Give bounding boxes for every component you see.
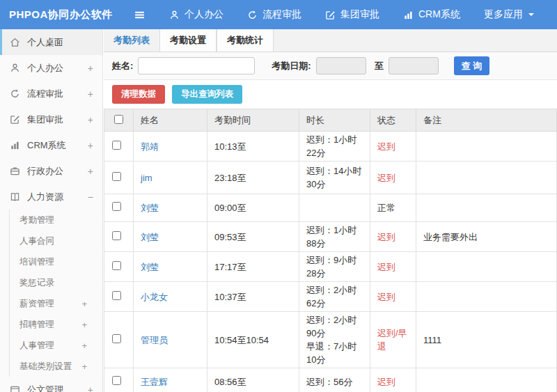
attendance-table: 姓名考勤时间时长状态备注 郭靖10:13至迟到：1小时22分迟到jim23:18… [104,109,557,392]
row-checkbox[interactable] [112,291,121,300]
employee-name-link[interactable]: jim [141,173,152,183]
sidebar-subitem[interactable]: 人事管理+ [10,335,102,356]
employee-name-link[interactable]: 刘莹 [141,203,159,213]
status-cell: 迟到/早退 [370,312,416,368]
app-title: PHPOA协同办公软件 [0,8,134,22]
expand-toggle-icon[interactable]: + [81,361,87,372]
topnav-item-label: 流程审批 [262,8,301,21]
employee-name-link[interactable]: 刘莹 [141,232,159,242]
tab-1[interactable]: 考勤列表 [104,29,159,52]
expand-toggle-icon[interactable]: + [88,140,93,151]
sidebar-subitem[interactable]: 考勤管理 [10,210,102,230]
duration-cell: 迟到：1小时22分 [299,132,370,162]
note-cell [416,368,557,392]
note-cell [416,162,557,194]
employee-name-link[interactable]: 郭靖 [141,141,159,152]
sidebar-item[interactable]: 集团审批+ [0,107,102,132]
sidebar-subitem[interactable]: 薪资管理+ [10,293,102,314]
row-checkbox-cell [104,282,134,312]
sidebar-item[interactable]: 个人办公+ [0,55,102,81]
status-badge: 迟到 [377,232,395,242]
sidebar-subitem[interactable]: 基础类别设置+ [10,356,102,377]
expand-toggle-icon[interactable]: + [88,88,93,100]
row-checkbox[interactable] [112,172,121,181]
name-input[interactable] [138,57,255,75]
table-body: 郭靖10:13至迟到：1小时22分迟到jim23:18至迟到：14小时30分迟到… [104,132,557,392]
expand-toggle-icon[interactable]: + [81,320,87,330]
table-row: jim23:18至迟到：14小时30分迟到 [104,162,557,194]
flow-icon [10,88,21,99]
sidebar-item[interactable]: 公文管理+ [0,377,102,392]
name-cell: 小龙女 [134,282,207,312]
duration-cell [299,194,370,222]
topnav-item[interactable]: 个人办公 [169,8,223,21]
employee-name-link[interactable]: 管理员 [141,335,168,345]
name-filter-label: 姓名: [112,60,133,72]
topnav-item[interactable]: 更多应用 [484,8,535,21]
select-all-checkbox[interactable] [114,115,123,124]
sidebar-subitem[interactable]: 招聘管理+ [10,314,102,335]
sidebar-subitem[interactable]: 人事合同 [10,230,102,251]
status-cell: 迟到 [370,368,416,392]
export-list-button[interactable]: 导出查询列表 [172,85,242,104]
status-cell: 正常 [370,194,416,222]
tab-2[interactable]: 考勤设置 [159,29,217,52]
date-from-input[interactable] [316,57,366,75]
briefcase-icon [10,166,21,176]
table-row: 管理员10:54至10:54迟到：2小时90分早退：7小时10分迟到/早退111… [104,312,557,368]
date-filter-label: 考勤日期: [272,60,311,72]
clear-data-button[interactable]: 清理数据 [112,85,165,104]
expand-toggle-icon[interactable]: + [88,166,93,177]
row-checkbox[interactable] [112,141,121,150]
expand-toggle-icon[interactable]: − [88,191,93,203]
employee-name-link[interactable]: 刘莹 [141,262,159,272]
expand-toggle-icon[interactable]: + [88,114,93,125]
sidebar-item-label: 公文管理 [27,384,63,392]
sidebar-item[interactable]: CRM系统+ [0,132,102,158]
time-cell: 08:56至 [207,368,299,392]
note-cell [416,132,557,162]
topbar: PHPOA协同办公软件 个人办公流程审批集团审批CRM系统更多应用 [0,0,557,29]
table-row: 刘莹09:53至迟到：1小时88分迟到业务需要外出 [104,222,557,252]
date-to-input[interactable] [389,57,439,75]
duration-line: 迟到：9小时28分 [306,253,366,280]
row-checkbox[interactable] [112,202,121,211]
tab-3[interactable]: 考勤统计 [217,29,274,52]
sidebar-item[interactable]: 行政办公+ [0,158,102,184]
topnav-item[interactable]: 集团审批 [325,8,379,21]
sidebar-subitem[interactable]: 奖惩记录 [10,272,102,293]
row-checkbox[interactable] [112,376,121,385]
sidebar-subitem-label: 考勤管理 [19,214,54,226]
sidebar-item-label: 个人桌面 [27,36,63,49]
time-cell: 17:17至 [207,252,299,282]
sidebar-submenu: 考勤管理人事合同培训管理奖惩记录薪资管理+招聘管理+人事管理+基础类别设置+ [9,210,102,377]
note-cell: 业务需要外出 [416,222,557,252]
topnav-item[interactable]: CRM系统 [403,8,460,21]
row-checkbox[interactable] [112,261,121,270]
menu-icon[interactable] [134,9,146,21]
expand-toggle-icon[interactable]: + [88,63,93,74]
sidebar-item[interactable]: 个人桌面 [0,29,102,55]
note-cell [416,252,557,282]
row-checkbox[interactable] [112,334,121,343]
sidebar-subitem[interactable]: 培训管理 [10,251,102,272]
row-checkbox[interactable] [112,231,121,240]
search-button[interactable]: 查 询 [454,56,490,75]
topnav-item[interactable]: 流程审批 [247,8,301,21]
employee-name-link[interactable]: 小龙女 [141,292,168,302]
sidebar-item[interactable]: 人力资源− [0,184,102,210]
row-checkbox-cell [104,252,134,282]
employee-name-link[interactable]: 王壹辉 [141,377,168,387]
sidebar-subitem-label: 人事管理 [19,340,54,352]
expand-toggle-icon[interactable]: + [88,384,93,392]
time-cell: 23:18至 [207,162,299,194]
sidebar-subitem-label: 人事合同 [19,235,54,247]
expand-toggle-icon[interactable]: + [81,340,87,351]
duration-cell: 迟到：2小时62分 [299,282,370,312]
sidebar: 个人桌面个人办公+流程审批+集团审批+CRM系统+行政办公+人力资源−考勤管理人… [0,29,103,392]
expand-toggle-icon[interactable]: + [81,299,87,309]
top-nav: 个人办公流程审批集团审批CRM系统更多应用 [169,8,535,21]
table-row: 小龙女10:37至迟到：2小时62分迟到 [104,282,557,312]
sidebar-item[interactable]: 流程审批+ [0,81,102,107]
duration-cell: 迟到：9小时28分 [299,252,370,282]
